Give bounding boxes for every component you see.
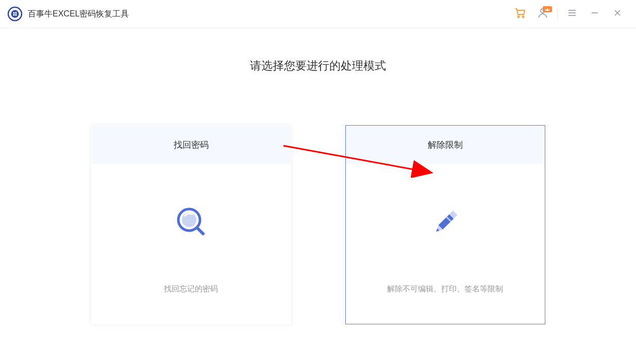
titlebar: 百事牛EXCEL密码恢复工具: [0, 0, 636, 28]
card-description: 解除不可编辑、打印、签名等限制: [387, 284, 503, 294]
titlebar-left: 百事牛EXCEL密码恢复工具: [7, 6, 129, 22]
close-button[interactable]: [606, 4, 629, 24]
svg-rect-2: [13, 12, 15, 14]
cart-button[interactable]: [509, 4, 531, 24]
main-content: 请选择您要进行的处理模式 找回密码 找回忘记的密码 解除限制: [0, 28, 636, 324]
card-title: 解除限制: [346, 126, 545, 164]
card-body: 解除不可编辑、打印、签名等限制: [346, 164, 545, 325]
separator: [557, 8, 558, 20]
svg-rect-3: [15, 12, 17, 14]
svg-line-17: [197, 228, 203, 234]
page-heading: 请选择您要进行的处理模式: [0, 58, 636, 74]
close-icon: [613, 9, 622, 19]
svg-rect-19: [438, 214, 454, 230]
menu-button[interactable]: [561, 4, 583, 24]
svg-rect-5: [15, 14, 17, 16]
cart-icon: [513, 6, 527, 22]
svg-rect-4: [13, 14, 15, 16]
svg-point-16: [182, 213, 196, 227]
user-button[interactable]: [531, 4, 554, 24]
mode-cards: 找回密码 找回忘记的密码 解除限制: [0, 125, 636, 324]
titlebar-right: [509, 4, 629, 24]
svg-point-7: [522, 16, 524, 18]
card-title: 找回密码: [92, 126, 291, 164]
hamburger-icon: [567, 8, 577, 20]
app-logo-icon: [7, 6, 23, 22]
vip-badge-icon: [543, 6, 552, 12]
svg-point-1: [11, 10, 19, 18]
card-description: 找回忘记的密码: [164, 284, 218, 294]
card-recover-password[interactable]: 找回密码 找回忘记的密码: [91, 125, 291, 324]
minimize-button[interactable]: [583, 4, 606, 24]
card-remove-restriction[interactable]: 解除限制 解除不可编辑、打印、签名等限制: [345, 125, 545, 324]
card-body: 找回忘记的密码: [92, 164, 291, 325]
magnifier-icon: [173, 204, 209, 240]
app-title: 百事牛EXCEL密码恢复工具: [28, 9, 129, 20]
minimize-icon: [591, 9, 599, 19]
svg-point-6: [517, 16, 519, 18]
pencil-icon: [427, 204, 463, 240]
